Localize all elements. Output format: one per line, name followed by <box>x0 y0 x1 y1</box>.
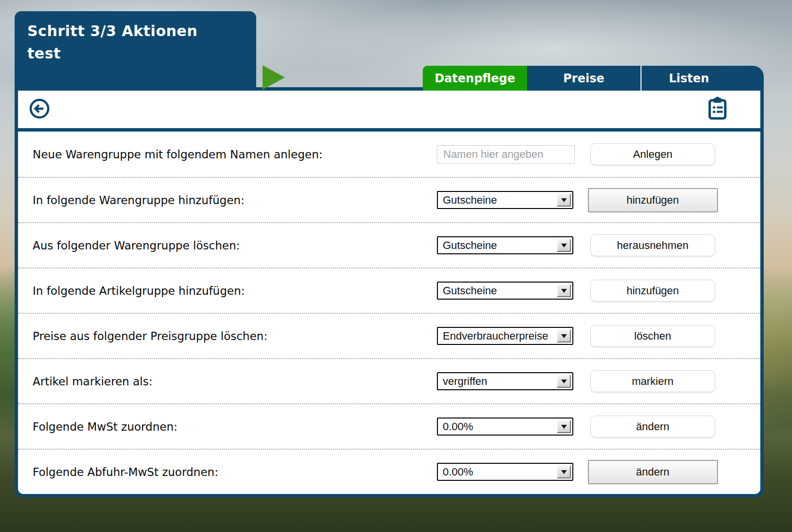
chevron-down-icon <box>557 420 571 433</box>
aendern-button[interactable]: ändern <box>590 416 715 437</box>
abfuhr-mwst-select[interactable]: 0.00% <box>437 463 573 481</box>
tab-datenpflege[interactable]: Datenpflege <box>423 66 527 91</box>
arrow-left-circle-icon <box>29 98 50 121</box>
row-mwst-zuordnen: Folgende MwSt zuordnen: 0.00% ändern <box>18 403 760 449</box>
row-abfuhr-mwst-zuordnen: Folgende Abfuhr-MwSt zuordnen: 0.00% änd… <box>18 449 760 494</box>
row-label: Folgende Abfuhr-MwSt zuordnen: <box>33 466 437 478</box>
app-window: Schritt 3/3 Aktionen test Datenpflege Pr… <box>0 0 792 532</box>
action-rows: Neue Warengruppe mit folgendem Namen anl… <box>18 132 760 494</box>
herausnehmen-button[interactable]: herausnehmen <box>590 234 715 256</box>
row-label: Artikel markieren als: <box>33 375 437 388</box>
row-label: Preise aus folgender Preisgruppe löschen… <box>33 330 437 342</box>
tab-bar: Datenpflege Preise Listen <box>423 66 764 91</box>
hinzufuegen-button-2[interactable]: hinzufügen <box>590 280 715 302</box>
chevron-down-icon <box>557 284 571 297</box>
row-label: Aus folgender Warengruppe löschen: <box>33 239 437 252</box>
clipboard-list-icon <box>708 96 727 122</box>
play-triangle-icon <box>263 65 285 90</box>
row-label: In folgende Artikelgruppe hinzufügen: <box>33 285 437 297</box>
loeschen-button[interactable]: löschen <box>590 325 715 347</box>
toolbar <box>18 91 760 128</box>
tab-preise[interactable]: Preise <box>527 66 641 91</box>
main-panel: Neue Warengruppe mit folgendem Namen anl… <box>15 87 764 497</box>
row-warengruppe-loeschen: Aus folgender Warengruppe löschen: Gutsc… <box>18 222 760 267</box>
tab-bar-spacer <box>736 66 764 91</box>
anlegen-button[interactable]: Anlegen <box>590 143 715 165</box>
chevron-down-icon <box>557 329 571 342</box>
row-artikel-markieren: Artikel markieren als: vergriffen markie… <box>18 358 760 403</box>
divider <box>18 128 760 132</box>
page-title: Schritt 3/3 Aktionen test <box>27 20 222 65</box>
chevron-down-icon <box>557 239 571 252</box>
row-neue-warengruppe: Neue Warengruppe mit folgendem Namen anl… <box>18 132 760 177</box>
mwst-select[interactable]: 0.00% <box>437 418 573 436</box>
warengruppe-remove-select[interactable]: Gutscheine <box>437 236 573 254</box>
chevron-down-icon <box>557 193 571 207</box>
tab-listen[interactable]: Listen <box>641 66 736 91</box>
aendern-button-2[interactable]: ändern <box>588 460 718 484</box>
new-group-name-input[interactable] <box>437 145 575 164</box>
row-artikelgruppe-hinzufuegen: In folgende Artikelgruppe hinzufügen: Gu… <box>18 267 760 313</box>
hinzufuegen-button[interactable]: hinzufügen <box>588 188 718 212</box>
row-label: Folgende MwSt zuordnen: <box>33 420 437 433</box>
markieren-button[interactable]: markiern <box>590 370 715 392</box>
warengruppe-add-select[interactable]: Gutscheine <box>437 191 573 209</box>
row-label: In folgende Warengruppe hinzufügen: <box>33 194 437 207</box>
row-warengruppe-hinzufuegen: In folgende Warengruppe hinzufügen: Guts… <box>18 177 760 222</box>
chevron-down-icon <box>557 465 571 478</box>
list-button[interactable] <box>708 96 727 122</box>
back-button[interactable] <box>29 98 50 121</box>
step-title-box: Schritt 3/3 Aktionen test <box>15 11 256 88</box>
row-preisgruppe-loeschen: Preise aus folgender Preisgruppe löschen… <box>18 313 760 358</box>
chevron-down-icon <box>557 375 571 388</box>
markieren-select[interactable]: vergriffen <box>437 372 573 390</box>
artikelgruppe-select[interactable]: Gutscheine <box>437 282 573 300</box>
row-label: Neue Warengruppe mit folgendem Namen anl… <box>33 148 437 161</box>
preisgruppe-select[interactable]: Endverbraucherpreise <box>437 327 573 345</box>
